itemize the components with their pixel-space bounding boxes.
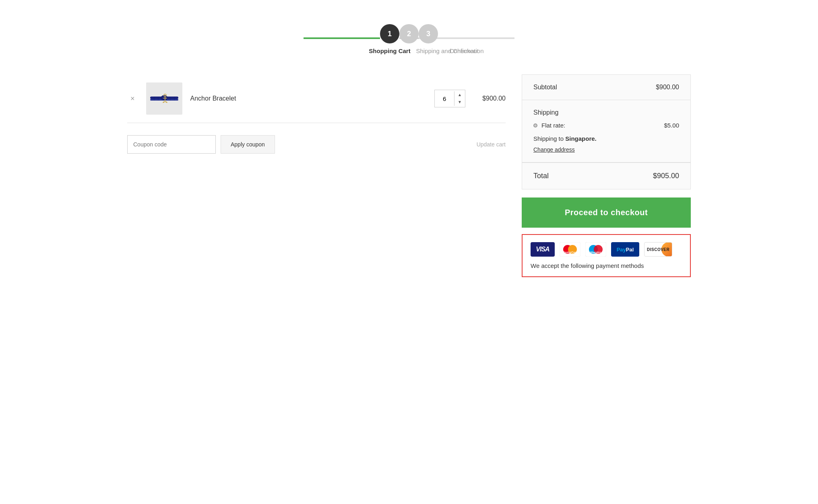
item-price: $900.00: [473, 95, 506, 102]
main-content: ×: [127, 74, 691, 277]
product-image: [146, 82, 182, 115]
proceed-to-checkout-button[interactable]: Proceed to checkout: [522, 197, 691, 228]
update-cart-button[interactable]: Update cart: [477, 141, 506, 148]
quantity-buttons: ▲ ▼: [454, 91, 465, 106]
order-summary: Subtotal $900.00 Shipping Flat rate: $5.…: [522, 74, 691, 277]
quantity-input[interactable]: 6: [435, 90, 454, 107]
total-label: Total: [533, 172, 549, 180]
product-image-svg: [148, 86, 180, 111]
total-value: $905.00: [653, 172, 679, 180]
step-2-circle: 2: [399, 24, 419, 43]
table-row: ×: [127, 74, 506, 123]
subtotal-label: Subtotal: [533, 84, 557, 91]
shipping-to-text: Shipping to Singapore.: [533, 135, 679, 142]
mastercard-icon: MasterCard: [560, 242, 580, 257]
payment-methods-box: VISA MasterCard Ma: [522, 234, 691, 277]
paypal-icon: PayPal: [611, 242, 639, 257]
discover-icon: DISCOVER: [644, 242, 672, 257]
change-address-link[interactable]: Change address: [533, 146, 575, 153]
maestro-icon: Maestro: [585, 242, 606, 257]
summary-box: Subtotal $900.00 Shipping Flat rate: $5.…: [522, 74, 691, 189]
apply-coupon-button[interactable]: Apply coupon: [221, 135, 275, 154]
subtotal-value: $900.00: [656, 84, 679, 91]
flat-rate-dot: [533, 123, 537, 128]
progress-bar: 1 Shopping Cart 2 Shipping and Checkout …: [24, 16, 794, 54]
payment-methods-text: We accept the following payment methods: [531, 262, 682, 269]
step-3-label: Confirmation: [449, 47, 483, 54]
visa-icon: VISA: [531, 242, 555, 257]
quantity-control: 6 ▲ ▼: [434, 90, 465, 107]
step-3-circle: 3: [419, 24, 438, 43]
quantity-up-button[interactable]: ▲: [454, 91, 465, 99]
total-row: Total $905.00: [522, 163, 690, 189]
flat-rate-label: Flat rate:: [541, 122, 660, 129]
svg-text:Maestro: Maestro: [591, 251, 601, 254]
flat-rate-row: Flat rate: $5.00: [533, 122, 679, 129]
flat-rate-price: $5.00: [664, 122, 679, 129]
subtotal-row: Subtotal $900.00: [522, 75, 690, 100]
shipping-row: Shipping Flat rate: $5.00 Shipping to Si…: [522, 100, 690, 163]
line-before-step1: [304, 37, 380, 39]
payment-icons: VISA MasterCard Ma: [531, 242, 682, 257]
shipping-label: Shipping: [533, 109, 679, 116]
shipping-country: Singapore.: [565, 135, 597, 142]
step-3-wrapper: 3 Confirmation: [419, 24, 514, 54]
quantity-down-button[interactable]: ▼: [454, 99, 465, 106]
coupon-input[interactable]: [127, 135, 216, 154]
remove-item-button[interactable]: ×: [127, 93, 138, 105]
step-1-circle: 1: [380, 24, 399, 43]
svg-text:MasterCard: MasterCard: [562, 251, 578, 254]
product-name: Anchor Bracelet: [190, 95, 427, 102]
cart-section: ×: [127, 74, 506, 277]
line-after-step3: [438, 37, 514, 39]
coupon-section: Apply coupon Update cart: [127, 135, 506, 154]
